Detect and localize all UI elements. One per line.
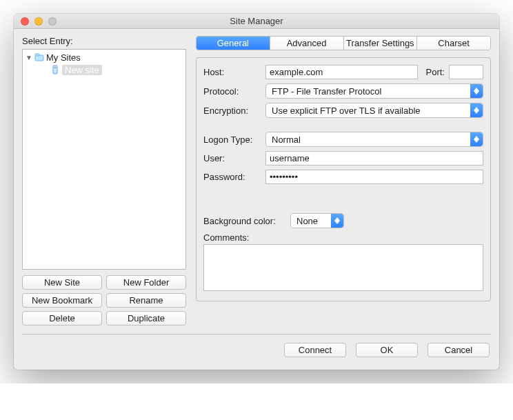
minimize-icon[interactable] [34,17,43,26]
disclosure-triangle-icon[interactable]: ▼ [26,54,32,61]
bgcolor-label: Background color: [203,216,286,226]
new-site-button[interactable]: New Site [22,275,102,290]
new-bookmark-button[interactable]: New Bookmark [22,293,102,308]
new-folder-button[interactable]: New Folder [106,275,186,290]
encryption-label: Encryption: [203,106,261,116]
logon-type-value: Normal [272,134,301,145]
port-input[interactable] [449,65,483,79]
encryption-select[interactable]: Use explicit FTP over TLS if available [265,103,483,118]
host-input[interactable] [265,65,418,79]
tab-general[interactable]: General [197,37,270,50]
tab-advanced[interactable]: Advanced [270,37,344,50]
user-input[interactable] [265,151,483,166]
left-button-grid: New Site New Folder New Bookmark Rename … [22,275,186,326]
window-controls [14,17,57,26]
site-tree[interactable]: ▼ My Sites New site [22,49,186,270]
bgcolor-select[interactable]: None [290,213,344,228]
comments-textarea[interactable] [203,244,483,291]
general-panel: Host: Port: Protocol: FTP - File Transfe… [196,57,491,301]
chevron-updown-icon [470,132,483,146]
chevron-updown-icon [470,84,483,98]
tree-root-row[interactable]: ▼ My Sites [23,51,185,63]
svg-rect-1 [35,54,39,56]
chevron-updown-icon [470,103,483,117]
ok-button[interactable]: OK [356,343,418,357]
tab-charset[interactable]: Charset [417,37,490,50]
tab-transfer[interactable]: Transfer Settings [344,37,418,50]
rename-button[interactable]: Rename [106,293,186,308]
logon-type-label: Logon Type: [203,134,261,145]
left-pane: Select Entry: ▼ My Sites New site [22,36,186,326]
delete-button[interactable]: Delete [22,311,102,326]
tab-bar: General Advanced Transfer Settings Chars… [196,36,491,50]
content-area: Select Entry: ▼ My Sites New site [14,29,499,326]
tree-root-label: My Sites [46,52,81,63]
zoom-icon[interactable] [48,17,57,26]
window-title: Site Manager [14,16,499,26]
folder-icon [34,52,44,62]
site-manager-window: Site Manager Select Entry: ▼ My Sites Ne… [14,14,499,370]
server-icon [50,65,60,74]
close-icon[interactable] [21,17,29,26]
connect-button[interactable]: Connect [284,343,346,357]
logon-type-select[interactable]: Normal [265,132,483,147]
password-input[interactable] [265,170,483,184]
svg-rect-2 [53,66,57,74]
titlebar[interactable]: Site Manager [14,14,499,29]
password-label: Password: [203,172,261,182]
protocol-select[interactable]: FTP - File Transfer Protocol [265,83,483,99]
footer: Connect OK Cancel [14,334,499,370]
tree-item-selected[interactable]: New site [23,63,185,76]
user-label: User: [203,153,261,163]
protocol-value: FTP - File Transfer Protocol [272,86,381,97]
port-label: Port: [426,67,445,77]
encryption-value: Use explicit FTP over TLS if available [272,106,421,116]
tree-item-label: New site [62,65,102,75]
cancel-button[interactable]: Cancel [428,343,490,357]
comments-label: Comments: [203,232,286,243]
svg-rect-3 [54,67,57,68]
protocol-label: Protocol: [203,86,261,97]
bgcolor-value: None [296,216,318,226]
right-pane: General Advanced Transfer Settings Chars… [196,36,491,326]
select-entry-label: Select Entry: [22,36,186,46]
host-label: Host: [203,67,261,77]
chevron-updown-icon [331,214,343,228]
duplicate-button[interactable]: Duplicate [106,311,186,326]
